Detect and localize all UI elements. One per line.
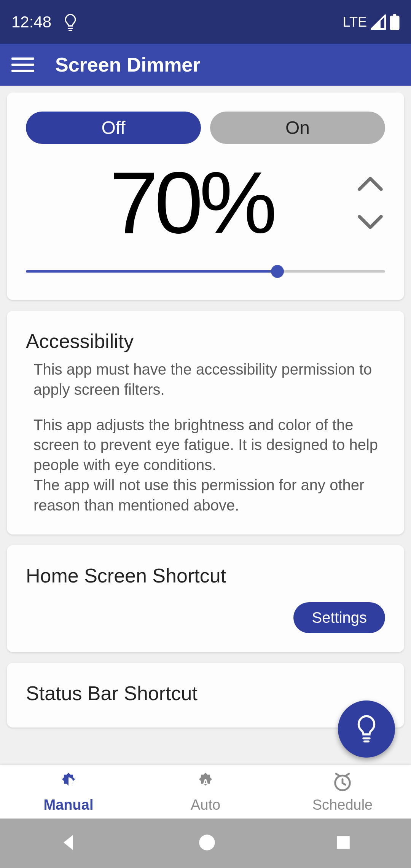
tab-schedule[interactable]: Schedule	[274, 765, 411, 819]
back-button[interactable]	[60, 833, 79, 854]
dimmer-percent: 70%	[26, 159, 357, 247]
tab-manual[interactable]: Manual	[0, 765, 137, 819]
android-status-bar: 12:48 LTE	[0, 0, 411, 44]
bulb-icon	[63, 13, 78, 32]
accessibility-card[interactable]: Accessibility This app must have the acc…	[7, 311, 404, 535]
clock-icon	[331, 771, 354, 795]
tab-auto[interactable]: A Auto	[137, 765, 274, 819]
recents-button[interactable]	[335, 834, 351, 852]
on-label: On	[285, 117, 310, 138]
home-shortcut-settings-button[interactable]: Settings	[293, 602, 385, 633]
home-button[interactable]	[198, 834, 216, 853]
accessibility-title: Accessibility	[26, 330, 385, 353]
accessibility-p1: This app must have the accessibility per…	[33, 359, 385, 400]
svg-rect-1	[393, 14, 396, 16]
content-area: Off On 70% Accessibility	[0, 86, 411, 765]
signal-icon	[371, 14, 386, 30]
battery-icon	[390, 14, 400, 30]
home-shortcut-card: Home Screen Shortcut Settings	[7, 545, 404, 652]
tab-auto-label: Auto	[191, 797, 220, 813]
chevron-down-icon[interactable]	[357, 214, 384, 230]
app-bar: Screen Dimmer	[0, 44, 411, 86]
svg-point-4	[199, 834, 215, 850]
page-title: Screen Dimmer	[55, 53, 201, 76]
home-shortcut-title: Home Screen Shortcut	[26, 564, 385, 587]
on-button[interactable]: On	[210, 112, 385, 144]
svg-rect-0	[390, 16, 399, 30]
onoff-toggle: Off On	[26, 112, 385, 144]
network-label: LTE	[343, 14, 367, 30]
brightness-icon	[57, 771, 80, 795]
tab-manual-label: Manual	[44, 797, 94, 813]
slider-thumb[interactable]	[271, 265, 284, 278]
accessibility-p2: This app adjusts the brightness and colo…	[33, 415, 385, 515]
off-label: Off	[101, 117, 125, 138]
svg-text:A: A	[202, 777, 209, 787]
bottom-nav: Manual A Auto Schedule	[0, 765, 411, 819]
bulb-icon	[353, 713, 380, 745]
dimmer-slider[interactable]	[26, 262, 385, 281]
menu-icon[interactable]	[11, 57, 34, 72]
status-shortcut-title: Status Bar Shortcut	[26, 682, 385, 705]
chevron-up-icon[interactable]	[357, 176, 384, 191]
android-nav-bar	[0, 819, 411, 868]
off-button[interactable]: Off	[26, 112, 201, 144]
dimmer-card: Off On 70%	[7, 93, 404, 300]
accessibility-body: This app must have the accessibility per…	[26, 359, 385, 515]
fab-bulb-button[interactable]	[338, 700, 395, 758]
tab-schedule-label: Schedule	[312, 797, 373, 813]
auto-brightness-icon: A	[194, 771, 217, 795]
svg-rect-5	[337, 836, 350, 849]
status-time: 12:48	[11, 13, 51, 31]
